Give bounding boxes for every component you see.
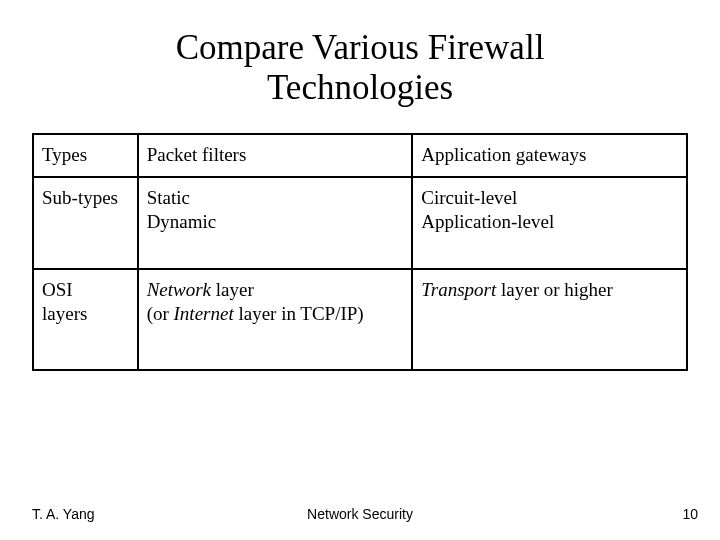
text: layer [211, 279, 254, 300]
text: Sub-types [42, 187, 118, 208]
cell-subtypes-packet: Static Dynamic [138, 177, 413, 269]
title-line-2: Technologies [267, 68, 453, 107]
text: Dynamic [147, 211, 217, 232]
table-row: Sub-types Static Dynamic Circuit-level A… [33, 177, 687, 269]
cell-osi-packet: Network layer (or Internet layer in TCP/… [138, 269, 413, 371]
text: OSI [42, 279, 73, 300]
text: Application gateways [421, 144, 586, 165]
italic-text: Network [147, 279, 211, 300]
footer-center: Network Security [0, 506, 720, 522]
cell-osi-label: OSI layers [33, 269, 138, 371]
slide-title: Compare Various Firewall Technologies [0, 0, 720, 127]
table-wrapper: Types Packet filters Application gateway… [0, 127, 720, 372]
cell-subtypes-label: Sub-types [33, 177, 138, 269]
cell-osi-appgw: Transport layer or higher [412, 269, 687, 371]
comparison-table: Types Packet filters Application gateway… [32, 133, 688, 372]
cell-types-label: Types [33, 134, 138, 178]
text: Static [147, 187, 190, 208]
text: (or [147, 303, 174, 324]
italic-text: Internet [174, 303, 234, 324]
text: layer or higher [496, 279, 613, 300]
table-row: OSI layers Network layer (or Internet la… [33, 269, 687, 371]
text: layer in TCP/IP) [234, 303, 364, 324]
cell-subtypes-appgw: Circuit-level Application-level [412, 177, 687, 269]
text: Application-level [421, 211, 554, 232]
text: layers [42, 303, 87, 324]
italic-text: Transport [421, 279, 496, 300]
table-row: Types Packet filters Application gateway… [33, 134, 687, 178]
cell-packet-filters: Packet filters [138, 134, 413, 178]
cell-application-gateways: Application gateways [412, 134, 687, 178]
title-line-1: Compare Various Firewall [176, 28, 545, 67]
footer: T. A. Yang Network Security 10 [0, 502, 720, 522]
footer-page-number: 10 [682, 506, 698, 522]
text: Packet filters [147, 144, 247, 165]
text: Types [42, 144, 87, 165]
slide: Compare Various Firewall Technologies Ty… [0, 0, 720, 540]
text: Circuit-level [421, 187, 517, 208]
